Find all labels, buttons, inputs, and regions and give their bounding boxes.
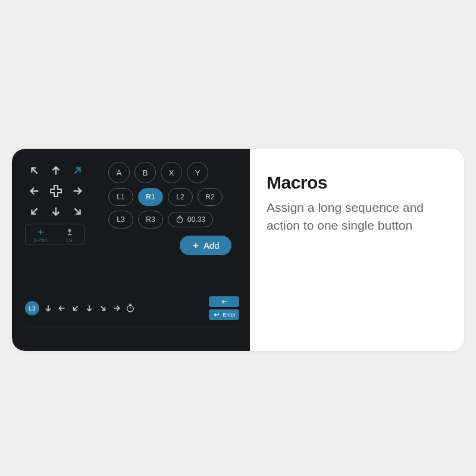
- seq-arrow-s2-icon: [84, 303, 94, 313]
- config-panel: D-Pad LS A B X Y L1 R1: [12, 149, 250, 351]
- add-label: Add: [203, 240, 220, 250]
- joystick-icon: [65, 227, 74, 237]
- macro-sequence: L3: [25, 301, 135, 315]
- button-r1[interactable]: R1: [138, 188, 163, 206]
- enter-arrow-icon: [212, 311, 221, 318]
- key-enter[interactable]: Enter: [209, 309, 239, 320]
- button-r2[interactable]: R2: [198, 188, 223, 206]
- section-title: Macros: [267, 173, 447, 193]
- arrow-s-icon[interactable]: [46, 202, 65, 220]
- mode-ls-label: LS: [67, 237, 73, 243]
- macros-card: D-Pad LS A B X Y L1 R1: [12, 149, 464, 351]
- shoulder-row-2: L3 R3 00.33: [108, 211, 239, 228]
- button-x[interactable]: X: [161, 162, 182, 183]
- plus-icon: [36, 227, 45, 237]
- input-mode-toggle: D-Pad LS: [25, 224, 84, 245]
- arrow-nw-icon[interactable]: [25, 162, 44, 180]
- panel-divider: [25, 327, 239, 327]
- plus-icon: [192, 242, 200, 250]
- seq-arrow-sw-icon: [71, 303, 80, 313]
- dpad-grid: [25, 162, 96, 220]
- seq-arrow-e-icon: [112, 303, 121, 313]
- mode-dpad-label: D-Pad: [33, 237, 47, 243]
- arrow-sw-icon[interactable]: [25, 202, 44, 220]
- action-keys: Enter: [209, 296, 239, 320]
- button-y[interactable]: Y: [187, 162, 208, 183]
- stopwatch-icon: [176, 215, 184, 224]
- sequence-trigger-badge[interactable]: L3: [25, 301, 39, 315]
- key-backspace[interactable]: [209, 296, 239, 307]
- backspace-arrow-icon: [220, 298, 228, 305]
- button-l1[interactable]: L1: [108, 188, 133, 206]
- info-pane: Macros Assign a long sequence and action…: [250, 149, 464, 351]
- dpad-center-icon[interactable]: [46, 182, 65, 200]
- button-l2[interactable]: L2: [168, 188, 193, 206]
- seq-arrow-s-icon: [43, 303, 53, 313]
- buttons-area: A B X Y L1 R1 L2 R2 L3 R3 00.33: [108, 162, 239, 255]
- seq-arrow-w-icon: [57, 303, 67, 313]
- seq-timer-icon: [126, 303, 135, 313]
- arrow-e-icon[interactable]: [68, 182, 87, 200]
- key-enter-label: Enter: [223, 312, 236, 318]
- timer-chip[interactable]: 00.33: [168, 212, 213, 227]
- arrow-se-icon[interactable]: [68, 202, 87, 220]
- dpad-area: D-Pad LS: [25, 162, 96, 255]
- face-button-row: A B X Y: [108, 162, 239, 183]
- seq-arrow-se-icon: [98, 303, 108, 313]
- button-r3[interactable]: R3: [138, 211, 163, 228]
- add-button[interactable]: Add: [180, 236, 231, 255]
- button-a[interactable]: A: [108, 162, 130, 183]
- section-description: Assign a long sequence and action to one…: [267, 199, 447, 235]
- shoulder-row-1: L1 R1 L2 R2: [108, 188, 239, 206]
- button-b[interactable]: B: [134, 162, 156, 183]
- sequence-row: L3 Enter: [25, 296, 239, 320]
- arrow-ne-icon[interactable]: [68, 162, 87, 180]
- timer-value: 00.33: [187, 215, 205, 224]
- button-l3[interactable]: L3: [108, 211, 133, 228]
- arrow-n-icon[interactable]: [46, 162, 65, 180]
- top-controls: D-Pad LS A B X Y L1 R1: [25, 162, 239, 255]
- svg-point-0: [68, 229, 71, 232]
- arrow-w-icon[interactable]: [25, 182, 44, 200]
- mode-ls-button[interactable]: LS: [55, 224, 84, 245]
- mode-dpad-button[interactable]: D-Pad: [26, 224, 55, 245]
